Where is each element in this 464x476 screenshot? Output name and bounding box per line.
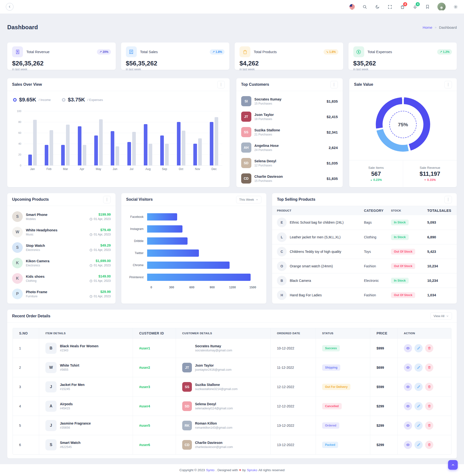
product-category: Mobiles bbox=[26, 217, 47, 221]
edit-order-button[interactable] bbox=[415, 364, 423, 372]
table-header-row: PRODUCT CATEGORY STOCK TOTALSALES bbox=[272, 206, 457, 215]
customer-purchases: 21 Purchases bbox=[254, 133, 280, 136]
social-bar-track bbox=[147, 250, 260, 257]
x-tick-label: Aug bbox=[140, 167, 156, 171]
sale-stat-cell: Sale Items 567 ▲0.23% bbox=[349, 160, 403, 187]
breadcrumb-separator: » bbox=[435, 25, 437, 29]
table-row: 5 J Jasmine Fragrance #35656 #user5 RK R… bbox=[13, 416, 451, 435]
customer-id-link[interactable]: #user2 bbox=[133, 358, 176, 377]
delete-order-button[interactable] bbox=[425, 383, 433, 391]
dark-mode-button[interactable] bbox=[375, 4, 380, 9]
product-category: Toys bbox=[364, 250, 391, 253]
edit-order-button[interactable] bbox=[415, 441, 423, 449]
customer-name: Selena Deoyl bbox=[195, 402, 233, 406]
search-button[interactable] bbox=[362, 4, 367, 9]
sale-value-panel: Sale Value ⋮ 75% Sale Items 567 ▲0.23% S… bbox=[349, 78, 457, 187]
synto-link[interactable]: Synto bbox=[206, 468, 215, 472]
customer-list-item: CD Charlie Davieson 15 Purchases $1,835 bbox=[241, 171, 338, 186]
fullscreen-button[interactable] bbox=[387, 4, 392, 9]
panel-menu-button[interactable]: ⋮ bbox=[103, 196, 111, 203]
upcoming-product-item: P Photo Frame Furniture $29.99 01 Apr, 2… bbox=[12, 286, 111, 302]
bar-group-sep bbox=[156, 111, 173, 165]
item-code: #622545 bbox=[60, 445, 80, 449]
breadcrumb-home-link[interactable]: Home bbox=[423, 25, 432, 29]
customer-id-link[interactable]: #user6 bbox=[133, 435, 176, 454]
edit-order-button[interactable] bbox=[415, 344, 423, 352]
panel-menu-button[interactable]: ⋮ bbox=[445, 196, 452, 203]
customer-list-item: SD Selena Deoyl 12 Purchases $1,035 bbox=[241, 155, 338, 171]
upcoming-product-item: K Kids shoes Clothing $149.00 01 Apr, 20… bbox=[12, 271, 111, 286]
delete-order-button[interactable] bbox=[425, 441, 433, 449]
panel-menu-button[interactable]: ⋮ bbox=[330, 81, 338, 88]
week-filter-dropdown[interactable]: This Week bbox=[236, 196, 261, 203]
bookmark-icon bbox=[425, 5, 430, 9]
delete-order-button[interactable] bbox=[425, 421, 433, 430]
expenses-label: / Expenses bbox=[87, 98, 103, 102]
stat-card-total-revenue: Total Revenue ↗ 20% $26,35,262 in last w… bbox=[7, 43, 116, 70]
chart-x-axis: 030060090012001500 bbox=[151, 286, 253, 290]
order-serial: 5 bbox=[13, 416, 39, 435]
y-tick-label: 80 bbox=[13, 121, 21, 123]
expenses-total: $3.75K bbox=[68, 97, 85, 103]
column-header: ACTION bbox=[397, 328, 451, 338]
column-header: STOCK bbox=[391, 209, 427, 212]
page-header: Dashboard Home » Dashboard bbox=[0, 14, 464, 34]
income-bar-jan bbox=[28, 155, 32, 165]
scroll-to-top-button[interactable] bbox=[448, 460, 458, 470]
cart-button[interactable]: 4 bbox=[400, 4, 405, 9]
column-header: ORDERED DATE bbox=[271, 328, 316, 338]
product-thumb: S bbox=[12, 242, 23, 253]
trash-icon bbox=[427, 366, 431, 369]
product-name: Orange smart watch (24mm) bbox=[290, 264, 333, 268]
customer-email: charliedavieson@gmail.com bbox=[195, 445, 233, 449]
stat-value: $11,197 bbox=[420, 170, 440, 177]
delete-order-button[interactable] bbox=[425, 344, 433, 352]
customer-id-link[interactable]: #user5 bbox=[133, 416, 176, 435]
language-flag-button[interactable] bbox=[349, 4, 355, 9]
product-category: Clothing bbox=[26, 279, 44, 283]
notifications-button[interactable]: 4 bbox=[412, 4, 418, 9]
expenses-bar-feb bbox=[49, 130, 53, 165]
y-tick-label: 60 bbox=[13, 131, 21, 134]
chevron-down-icon bbox=[256, 198, 258, 201]
customer-id-link[interactable]: #user4 bbox=[133, 397, 176, 416]
spruko-link[interactable]: Spruko bbox=[247, 468, 257, 472]
view-order-button[interactable] bbox=[404, 344, 412, 352]
trend-value: 1.2% bbox=[443, 50, 449, 54]
view-order-button[interactable] bbox=[404, 364, 412, 372]
table-row: 6 S Smart Watch #622545 #user6 CD Charli… bbox=[13, 435, 451, 454]
customer-amount: $2,415 bbox=[327, 115, 338, 119]
settings-button[interactable] bbox=[453, 4, 458, 9]
panel-title: Upcoming Products bbox=[12, 197, 49, 202]
panel-menu-button[interactable]: ⋮ bbox=[445, 81, 452, 88]
bookmark-button[interactable] bbox=[425, 4, 430, 9]
delete-order-button[interactable] bbox=[425, 402, 433, 410]
date-text: 01 Apr, 2023 bbox=[94, 217, 111, 221]
customer-id-link[interactable]: #user3 bbox=[133, 377, 176, 396]
customer-avatar: JT bbox=[241, 112, 251, 122]
edit-order-button[interactable] bbox=[415, 421, 423, 430]
sale-stat-cell: Sale Revenue $11,197 ▼0.15% bbox=[403, 160, 457, 187]
bar-group-jun bbox=[107, 111, 123, 165]
view-order-button[interactable] bbox=[404, 383, 412, 391]
revenue-receipt-icon bbox=[12, 46, 23, 57]
user-avatar[interactable] bbox=[437, 3, 446, 11]
column-header: STATUS bbox=[316, 328, 370, 338]
view-order-button[interactable] bbox=[404, 441, 412, 449]
customer-id-link[interactable]: #user1 bbox=[133, 339, 176, 358]
edit-order-button[interactable] bbox=[415, 402, 423, 410]
edit-order-button[interactable] bbox=[415, 383, 423, 391]
sales-overview-panel: Sales Over View ⋮ $9.65K / Income $3.75K… bbox=[7, 78, 230, 187]
column-header: PRODUCT bbox=[272, 209, 364, 212]
view-all-dropdown[interactable]: View All bbox=[430, 312, 452, 320]
delete-order-button[interactable] bbox=[425, 364, 433, 372]
sidebar-toggle-button[interactable] bbox=[6, 3, 14, 11]
chevron-up-icon bbox=[451, 463, 455, 467]
delta-arrow: ▼ bbox=[424, 179, 426, 181]
view-order-button[interactable] bbox=[404, 402, 412, 410]
view-order-button[interactable] bbox=[404, 421, 412, 430]
panel-menu-button[interactable]: ⋮ bbox=[217, 81, 225, 88]
product-name: Kids shoes bbox=[26, 275, 44, 279]
product-category: Fashion bbox=[364, 293, 391, 297]
order-price: $999 bbox=[370, 339, 397, 358]
